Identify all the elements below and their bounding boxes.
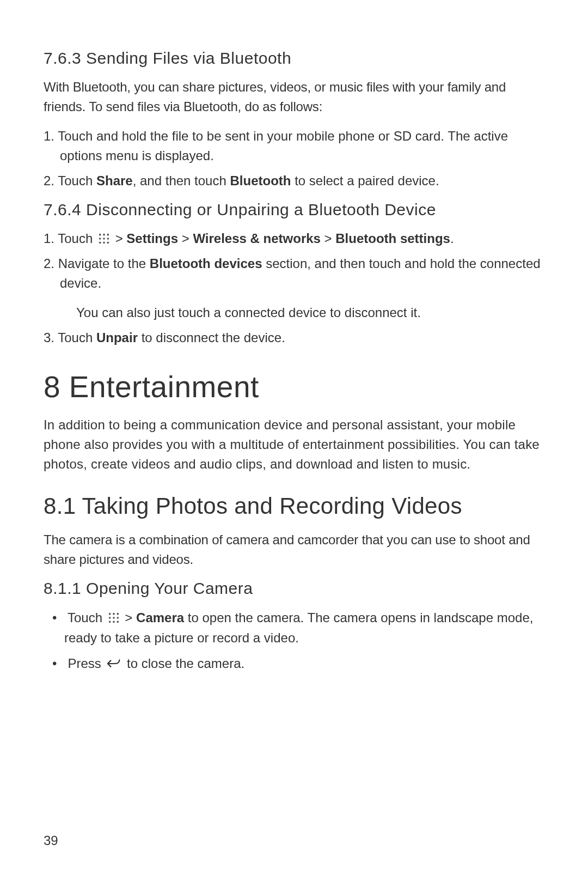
paragraph-8-1-intro: The camera is a combination of camera an… [44, 530, 544, 569]
back-icon [106, 658, 121, 670]
heading-7-6-4: 7.6.4 Disconnecting or Unpairing a Bluet… [44, 200, 544, 219]
list-8-1-1-bullets: • Touch > Camera to open the camera. The… [44, 607, 544, 674]
svg-point-12 [109, 617, 111, 619]
svg-point-15 [109, 621, 111, 623]
heading-8-1: 8.1 Taking Photos and Recording Videos [44, 493, 544, 519]
svg-point-16 [113, 621, 115, 623]
svg-point-2 [107, 234, 109, 236]
svg-point-7 [103, 242, 105, 244]
apps-grid-icon [98, 233, 110, 245]
heading-8: 8 Entertainment [44, 369, 544, 404]
list-item-step-2: 2. Navigate to the Bluetooth devices sec… [44, 254, 544, 293]
svg-point-1 [103, 234, 105, 236]
apps-grid-icon [108, 612, 120, 624]
svg-point-9 [109, 613, 111, 615]
svg-point-14 [117, 617, 119, 619]
document-page: 7.6.3 Sending Files via Bluetooth With B… [0, 0, 588, 881]
svg-point-8 [107, 242, 109, 244]
text: to close the camera. [123, 656, 244, 671]
bold-bluetooth: Bluetooth [230, 173, 291, 188]
bold-settings: Settings [126, 231, 178, 246]
paragraph-8-intro: In addition to being a communication dev… [44, 415, 544, 474]
heading-7-6-3: 7.6.3 Sending Files via Bluetooth [44, 49, 544, 68]
list-item-bullet-1: • Touch > Camera to open the camera. The… [44, 607, 544, 648]
text: Touch [68, 610, 106, 625]
svg-point-17 [117, 621, 119, 623]
list-item-bullet-2: • Press to close the camera. [44, 653, 544, 673]
svg-point-0 [99, 234, 101, 236]
svg-point-10 [113, 613, 115, 615]
note-disconnect: You can also just touch a connected devi… [76, 303, 544, 323]
svg-point-11 [117, 613, 119, 615]
list-item-step-1: 1. Touch > Settings > Wireless & network… [44, 229, 544, 248]
list-7-6-4-steps: 1. Touch > Settings > Wireless & network… [44, 229, 544, 293]
bold-bluetooth-settings: Bluetooth settings [335, 231, 450, 246]
text: 3. Touch [44, 330, 96, 345]
text: > [121, 610, 136, 625]
svg-point-3 [99, 238, 101, 240]
text: > [321, 231, 335, 246]
bold-wireless: Wireless & networks [193, 231, 321, 246]
svg-point-5 [107, 238, 109, 240]
list-7-6-4-steps-cont: 3. Touch Unpair to disconnect the device… [44, 328, 544, 348]
list-item-step-3: 3. Touch Unpair to disconnect the device… [44, 328, 544, 348]
text: 2. Touch [44, 173, 96, 188]
heading-8-1-1: 8.1.1 Opening Your Camera [44, 579, 544, 598]
text: to select a paired device. [291, 173, 439, 188]
list-item-step-2: 2. Touch Share, and then touch Bluetooth… [44, 171, 544, 191]
bold-unpair: Unpair [96, 330, 138, 345]
list-7-6-3-steps: 1. Touch and hold the file to be sent in… [44, 126, 544, 191]
svg-point-4 [103, 238, 105, 240]
text: > [112, 231, 126, 246]
text: to disconnect the device. [138, 330, 285, 345]
text: Press [68, 656, 105, 671]
text: , and then touch [133, 173, 230, 188]
text: > [178, 231, 193, 246]
text: 1. Touch [44, 231, 96, 246]
paragraph-7-6-3-intro: With Bluetooth, you can share pictures, … [44, 77, 544, 117]
bold-camera: Camera [136, 610, 184, 625]
text: . [450, 231, 454, 246]
page-number: 39 [44, 833, 58, 848]
bold-bluetooth-devices: Bluetooth devices [150, 256, 262, 271]
text: 2. Navigate to the [44, 256, 150, 271]
bold-share: Share [96, 173, 133, 188]
svg-point-13 [113, 617, 115, 619]
svg-point-6 [99, 242, 101, 244]
list-item-step-1: 1. Touch and hold the file to be sent in… [44, 126, 544, 166]
